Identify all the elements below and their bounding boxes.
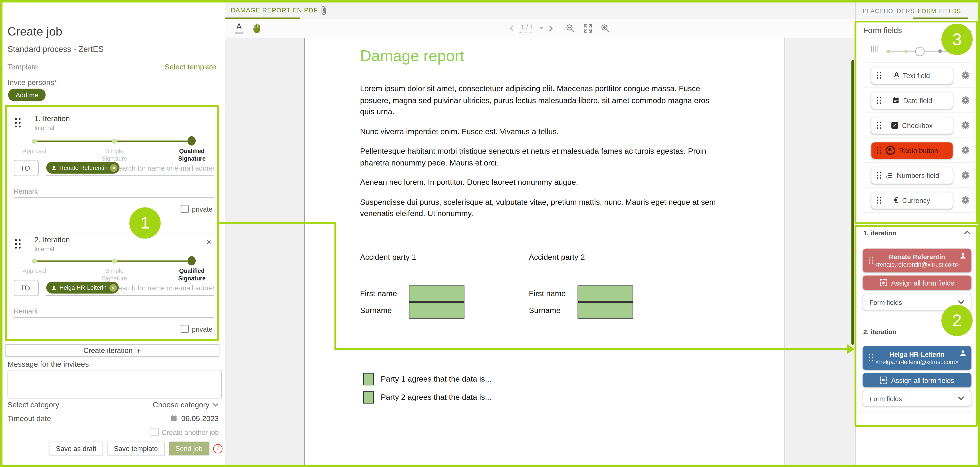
field-type-numbers[interactable]: 123 Numbers field (872, 167, 953, 183)
private-checkbox[interactable] (181, 325, 189, 333)
drag-handle-icon[interactable] (877, 172, 878, 173)
remark-input[interactable] (14, 305, 214, 318)
assign-all-form-fields-button[interactable]: Assign all form fields (862, 276, 971, 290)
drag-handle-icon[interactable] (877, 97, 878, 98)
remove-recipient-icon[interactable] (110, 164, 118, 172)
signer-card-renate[interactable]: Renate Referentin <renate.referentin@xit… (862, 249, 971, 272)
first-name-form-field[interactable] (409, 286, 465, 302)
tab-form-fields[interactable]: FORM FIELDS (918, 8, 961, 14)
surname-form-field[interactable] (409, 302, 465, 319)
zoom-out-icon[interactable] (566, 24, 575, 33)
page-next-icon[interactable] (548, 25, 554, 32)
slider-dot-qualified[interactable] (188, 256, 196, 265)
remove-recipient-icon[interactable] (109, 284, 116, 292)
page-indicator[interactable]: 1 / 1 (520, 23, 535, 33)
attachment-icon[interactable] (320, 5, 328, 16)
tab-placeholders[interactable]: PLACEHOLDERS (862, 8, 915, 14)
app-window: Create job Standard process - ZertES Tem… (0, 0, 980, 467)
gear-icon[interactable] (961, 195, 970, 205)
signer-card-helga[interactable]: Helga HR-Leiterin <helga.hr-leiterin@xit… (862, 346, 971, 370)
svg-text:3: 3 (886, 177, 888, 179)
field-size-slider[interactable] (886, 46, 947, 56)
drag-handle-icon[interactable] (869, 257, 870, 258)
signer-email: <helga.hr-leiterin@xitrust.com> (876, 359, 958, 365)
slider-dot-simple[interactable] (112, 139, 117, 144)
document-body: Lorem ipsum dolor sit amet, consectetuer… (360, 83, 723, 228)
collapse-chevron-icon[interactable] (964, 230, 971, 235)
surname-form-field[interactable] (578, 302, 633, 319)
field-type-currency[interactable]: € Currency (872, 192, 953, 208)
timeout-date-picker[interactable]: 06.05.2023 (170, 414, 219, 423)
page-navigation: 1 / 1 (509, 23, 554, 33)
callout-connector (217, 222, 336, 224)
private-checkbox[interactable] (181, 205, 189, 213)
slider-handle[interactable] (915, 47, 924, 56)
iterations-list: 1. Iteration Internal Approval Simple Si… (5, 105, 219, 340)
callout-connector (334, 222, 336, 350)
field-type-label: Checkbox (902, 122, 933, 129)
field-type-radio-selected[interactable]: Radio button (872, 142, 953, 159)
message-textarea[interactable] (8, 370, 222, 399)
slider-dot-approval[interactable] (32, 259, 37, 264)
agreement-checkbox-field[interactable] (363, 373, 374, 385)
gear-icon[interactable] (961, 71, 970, 80)
form-fields-header: Form fields (863, 26, 902, 35)
agreement-checkbox-field[interactable] (363, 391, 374, 403)
form-fields-panel: PLACEHOLDERS FORM FIELDS Form fields A T… (855, 2, 978, 465)
grid-size-icon[interactable] (871, 45, 879, 53)
drag-handle-icon[interactable] (869, 354, 870, 356)
timeout-date-label: Timeout date (8, 414, 51, 423)
gear-icon[interactable] (961, 146, 970, 155)
gear-icon[interactable] (961, 121, 970, 130)
drag-handle-icon[interactable] (877, 196, 878, 198)
first-name-form-field[interactable] (578, 286, 633, 302)
remark-input[interactable] (14, 185, 214, 198)
slider-dot-qualified[interactable] (188, 136, 196, 146)
gear-icon[interactable] (961, 95, 970, 105)
doc-paragraph: Aenean nec lorem. In porttitor. Donec la… (360, 177, 723, 188)
callout-circle-2: 2 (941, 305, 973, 336)
page-prev-icon[interactable] (509, 25, 515, 32)
create-iteration-button[interactable]: Create iteration (5, 344, 220, 356)
fullscreen-icon[interactable] (583, 24, 593, 33)
slider-dot-simple[interactable] (112, 259, 117, 264)
drag-handle-icon[interactable] (15, 118, 17, 120)
field-type-checkbox[interactable]: Checkbox (872, 117, 953, 133)
select-template-link[interactable]: Select template (164, 63, 216, 71)
text-annotation-tool-icon[interactable]: A (235, 22, 243, 34)
drag-handle-icon[interactable] (877, 71, 878, 73)
recipient-chip[interactable]: Helga HR-Leiterin (46, 282, 118, 294)
page-dropdown-caret-icon[interactable] (540, 27, 544, 29)
drag-handle-icon[interactable] (877, 122, 878, 123)
field-type-date[interactable]: Date field (872, 92, 953, 108)
hand-tool-icon[interactable] (251, 22, 262, 34)
field-type-label: Date field (903, 97, 932, 104)
assign-all-form-fields-button[interactable]: Assign all form fields (862, 373, 971, 388)
add-me-button[interactable]: Add me (8, 89, 46, 101)
send-job-button[interactable]: Send job (169, 442, 209, 456)
drag-handle-icon[interactable] (15, 239, 17, 241)
zoom-in-icon[interactable] (601, 24, 610, 33)
slider-stop-icon (938, 49, 942, 53)
field-type-text[interactable]: A Text field (872, 67, 953, 83)
to-label: TO: (14, 160, 39, 176)
process-subtitle: Standard process - ZertES (8, 44, 104, 54)
dropdown-label: Form fields (869, 298, 902, 306)
right-panel-scrollbar[interactable] (851, 60, 853, 345)
recipient-chip[interactable]: Renate Referentin (46, 162, 119, 173)
save-template-button[interactable]: Save template (107, 442, 165, 456)
save-as-draft-button[interactable]: Save as draft (49, 442, 103, 456)
drag-handle-icon[interactable] (877, 146, 878, 148)
info-icon[interactable] (213, 444, 223, 453)
create-another-checkbox[interactable] (151, 428, 159, 436)
gear-icon[interactable] (961, 171, 970, 180)
document-tab[interactable]: DAMAGE REPORT EN.PDF (231, 6, 326, 14)
accident-party-1-section: Accident party 1 First name Surname (360, 253, 523, 262)
slider-dot-approval[interactable] (32, 139, 37, 144)
checkbox-icon (891, 122, 898, 129)
field-type-row: € Currency (863, 188, 974, 212)
form-fields-dropdown[interactable]: Form fields (862, 390, 971, 407)
choose-category-dropdown[interactable]: Choose category (153, 400, 219, 409)
close-iteration-icon[interactable] (206, 237, 212, 246)
iteration-card-2: 2. Iteration Internal Approval Simple Si… (5, 232, 219, 340)
